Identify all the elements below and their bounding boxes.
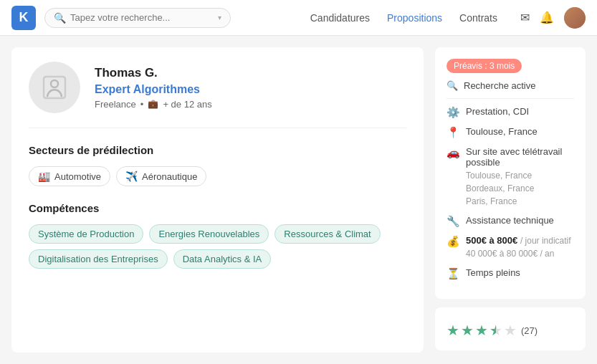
- nav-icons: ✉ 🔔: [520, 7, 586, 29]
- price-icon: 💰: [446, 235, 460, 248]
- sector-tag-automotive: 🏭 Automotive: [29, 166, 110, 186]
- sectors-title: Secteurs de prédilection: [29, 144, 406, 156]
- left-panel: Thomas G. Expert Algorithmes Freelance •…: [11, 47, 424, 353]
- sector-tag-aeronautique: ✈️ Aéronautique: [116, 166, 206, 186]
- star-5: ★: [504, 322, 517, 339]
- profile-info: Thomas G. Expert Algorithmes Freelance •…: [95, 66, 212, 110]
- meta-separator: •: [140, 99, 144, 110]
- sector-label-automotive: Automotive: [54, 171, 101, 182]
- price-row: 💰 500€ à 800€ / jour indicatif 40 000€ à…: [446, 235, 574, 260]
- skill-tag-1: Energies Renouvelables: [149, 224, 269, 244]
- contract-icon: ⚙️: [446, 106, 460, 119]
- sector-label-aeronautique: Aéronautique: [142, 171, 197, 182]
- location-row: 📍 Toulouse, France: [446, 126, 574, 139]
- active-search-row: 🔍 Recherche active: [446, 80, 574, 91]
- profile-experience: + de 12 ans: [163, 99, 211, 110]
- star-4: ★★: [489, 322, 502, 339]
- assistance-row: 🔧 Assistance technique: [446, 215, 574, 228]
- profile-meta: Freelance • 💼 + de 12 ans: [95, 99, 212, 110]
- location-icon: 📍: [446, 126, 460, 139]
- time-icon: ⏳: [446, 267, 460, 280]
- skill-tag-4: Data Analytics & IA: [173, 249, 272, 269]
- nav-links: Candidatures Propositions Contrats ✉ 🔔: [310, 7, 586, 29]
- work-locations: Toulouse, FranceBordeaux, FranceParis, F…: [466, 169, 574, 208]
- profile-header: Thomas G. Expert Algorithmes Freelance •…: [29, 62, 406, 128]
- info-card-main: Préavis : 3 mois 🔍 Recherche active ⚙️ P…: [435, 47, 586, 299]
- star-1: ★: [446, 322, 459, 339]
- bell-icon[interactable]: 🔔: [540, 11, 554, 24]
- rating-count: (27): [521, 325, 538, 336]
- divider-1: [446, 98, 574, 99]
- contract-type-row: ⚙️ Prestation, CDI: [446, 106, 574, 119]
- stars: ★ ★ ★ ★★ ★: [446, 322, 517, 339]
- avatar[interactable]: [564, 7, 586, 29]
- skills-title: Compétences: [29, 202, 406, 214]
- profile-name: Thomas G.: [95, 66, 212, 80]
- search-input[interactable]: [70, 12, 214, 23]
- right-panel: Préavis : 3 mois 🔍 Recherche active ⚙️ P…: [435, 47, 586, 353]
- time-row: ⏳ Temps pleins: [446, 267, 574, 280]
- chevron-down-icon: ▾: [218, 14, 221, 21]
- main-layout: Thomas G. Expert Algorithmes Freelance •…: [0, 36, 597, 364]
- skill-tag-2: Ressources & Climat: [274, 224, 380, 244]
- mail-icon[interactable]: ✉: [520, 11, 530, 24]
- price-text: 500€ à 800€ / jour indicatif 40 000€ à 8…: [466, 235, 574, 260]
- navbar: K 🔍 ▾ Candidatures Propositions Contrats…: [0, 0, 597, 36]
- workmode-icon: 🚗: [446, 146, 460, 159]
- sectors-tags: 🏭 Automotive ✈️ Aéronautique: [29, 166, 406, 186]
- price-year-row: 40 000€ à 80 000€ / an: [466, 247, 574, 260]
- previs-badge: Préavis : 3 mois: [446, 59, 522, 73]
- assistance-text: Assistance technique: [466, 215, 574, 226]
- search-icon: 🔍: [54, 12, 66, 24]
- automotive-icon: 🏭: [38, 171, 50, 182]
- nav-propositions[interactable]: Propositions: [387, 12, 442, 24]
- nav-contrats[interactable]: Contrats: [459, 12, 497, 24]
- work-mode-text: Sur site avec télétravail possible Toulo…: [466, 146, 574, 208]
- aeronautique-icon: ✈️: [125, 171, 138, 182]
- search-circle-icon: 🔍: [446, 80, 458, 91]
- briefcase-icon: 💼: [148, 99, 158, 109]
- nav-candidatures[interactable]: Candidatures: [310, 12, 370, 24]
- rating-row: ★ ★ ★ ★★ ★ (27): [446, 322, 574, 339]
- assistance-icon: 🔧: [446, 215, 460, 228]
- skills-tags: Système de Production Energies Renouvela…: [29, 224, 406, 269]
- skill-tag-3: Digitalisation des Entreprises: [29, 249, 168, 269]
- star-2: ★: [461, 322, 474, 339]
- logo[interactable]: K: [11, 6, 36, 30]
- work-mode-row: 🚗 Sur site avec télétravail possible Tou…: [446, 146, 574, 208]
- search-bar[interactable]: 🔍 ▾: [44, 8, 231, 28]
- contract-type-text: Prestation, CDI: [466, 106, 574, 117]
- profile-title: Expert Algorithmes: [95, 83, 212, 96]
- profile-type: Freelance: [95, 99, 136, 110]
- time-text: Temps pleins: [466, 267, 574, 278]
- skills-section: Compétences Système de Production Energi…: [29, 202, 406, 269]
- star-3: ★: [475, 322, 488, 339]
- sectors-section: Secteurs de prédilection 🏭 Automotive ✈️…: [29, 144, 406, 186]
- avatar-image: [564, 7, 586, 29]
- profile-avatar: [29, 62, 80, 113]
- rating-card: ★ ★ ★ ★★ ★ (27): [435, 307, 586, 350]
- svg-point-1: [51, 80, 58, 87]
- skill-tag-0: Système de Production: [29, 224, 143, 244]
- location-text: Toulouse, France: [466, 126, 574, 137]
- active-search-label: Recherche active: [464, 80, 535, 91]
